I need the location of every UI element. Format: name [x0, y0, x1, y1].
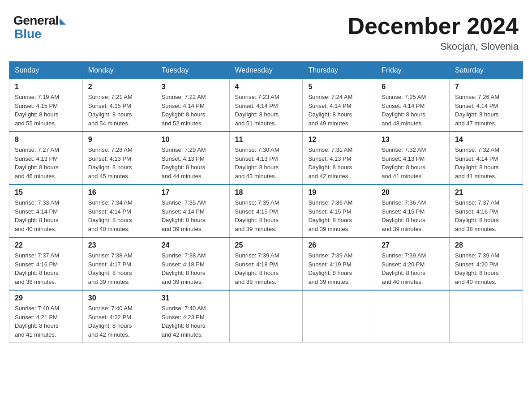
- day-number: 31: [162, 294, 224, 302]
- day-number: 30: [88, 294, 150, 302]
- calendar-cell: 12Sunrise: 7:31 AMSunset: 4:13 PMDayligh…: [303, 132, 376, 184]
- calendar-cell: 18Sunrise: 7:35 AMSunset: 4:15 PMDayligh…: [229, 184, 303, 237]
- calendar-cell: 28Sunrise: 7:39 AMSunset: 4:20 PMDayligh…: [450, 237, 523, 290]
- calendar-cell: [303, 290, 376, 343]
- day-info: Sunrise: 7:35 AMSunset: 4:15 PMDaylight:…: [235, 198, 297, 233]
- day-info: Sunrise: 7:36 AMSunset: 4:15 PMDaylight:…: [382, 198, 444, 233]
- calendar-cell: 22Sunrise: 7:37 AMSunset: 4:16 PMDayligh…: [9, 237, 83, 290]
- calendar-cell: 19Sunrise: 7:36 AMSunset: 4:15 PMDayligh…: [303, 184, 376, 237]
- day-info: Sunrise: 7:19 AMSunset: 4:15 PMDaylight:…: [15, 93, 77, 128]
- day-info: Sunrise: 7:24 AMSunset: 4:14 PMDaylight:…: [308, 93, 370, 128]
- day-info: Sunrise: 7:32 AMSunset: 4:13 PMDaylight:…: [382, 146, 444, 180]
- week-row-3: 15Sunrise: 7:33 AMSunset: 4:14 PMDayligh…: [9, 184, 523, 237]
- day-info: Sunrise: 7:23 AMSunset: 4:14 PMDaylight:…: [235, 93, 297, 128]
- calendar-cell: 26Sunrise: 7:39 AMSunset: 4:19 PMDayligh…: [303, 237, 376, 290]
- day-info: Sunrise: 7:32 AMSunset: 4:14 PMDaylight:…: [455, 146, 517, 180]
- day-number: 12: [308, 136, 370, 144]
- month-title: December 2024: [348, 13, 519, 39]
- weekday-header-row: SundayMondayTuesdayWednesdayThursdayFrid…: [9, 62, 523, 79]
- calendar-cell: 7Sunrise: 7:26 AMSunset: 4:14 PMDaylight…: [450, 79, 523, 132]
- day-number: 9: [88, 136, 150, 144]
- logo-arrow-icon: [60, 18, 66, 25]
- calendar-cell: 5Sunrise: 7:24 AMSunset: 4:14 PMDaylight…: [303, 79, 376, 132]
- day-info: Sunrise: 7:36 AMSunset: 4:15 PMDaylight:…: [308, 198, 370, 233]
- page-header: General Blue December 2024 Skocjan, Slov…: [9, 9, 523, 52]
- calendar-cell: 1Sunrise: 7:19 AMSunset: 4:15 PMDaylight…: [9, 79, 83, 132]
- calendar-cell: 3Sunrise: 7:22 AMSunset: 4:14 PMDaylight…: [156, 79, 229, 132]
- day-info: Sunrise: 7:37 AMSunset: 4:16 PMDaylight:…: [15, 251, 77, 286]
- day-number: 11: [235, 136, 297, 144]
- calendar-cell: 20Sunrise: 7:36 AMSunset: 4:15 PMDayligh…: [376, 184, 450, 237]
- day-number: 22: [15, 241, 77, 249]
- day-info: Sunrise: 7:33 AMSunset: 4:14 PMDaylight:…: [15, 198, 77, 233]
- day-info: Sunrise: 7:26 AMSunset: 4:14 PMDaylight:…: [455, 93, 517, 128]
- day-info: Sunrise: 7:40 AMSunset: 4:23 PMDaylight:…: [162, 304, 224, 339]
- week-row-2: 8Sunrise: 7:27 AMSunset: 4:13 PMDaylight…: [9, 132, 523, 184]
- day-number: 5: [308, 83, 370, 91]
- title-block: December 2024 Skocjan, Slovenia: [348, 13, 519, 52]
- logo-blue-text: Blue: [13, 27, 42, 41]
- calendar-cell: 15Sunrise: 7:33 AMSunset: 4:14 PMDayligh…: [9, 184, 83, 237]
- weekday-header-sunday: Sunday: [9, 62, 83, 79]
- day-info: Sunrise: 7:39 AMSunset: 4:20 PMDaylight:…: [455, 251, 517, 286]
- day-info: Sunrise: 7:31 AMSunset: 4:13 PMDaylight:…: [308, 146, 370, 180]
- day-number: 13: [382, 136, 444, 144]
- day-number: 25: [235, 241, 297, 249]
- calendar-cell: 17Sunrise: 7:35 AMSunset: 4:14 PMDayligh…: [156, 184, 229, 237]
- calendar-cell: 31Sunrise: 7:40 AMSunset: 4:23 PMDayligh…: [156, 290, 229, 343]
- weekday-header-wednesday: Wednesday: [229, 62, 303, 79]
- day-number: 3: [162, 83, 224, 91]
- calendar-cell: [376, 290, 450, 343]
- day-info: Sunrise: 7:34 AMSunset: 4:14 PMDaylight:…: [88, 198, 150, 233]
- day-number: 2: [88, 83, 150, 91]
- calendar-cell: 27Sunrise: 7:39 AMSunset: 4:20 PMDayligh…: [376, 237, 450, 290]
- day-info: Sunrise: 7:30 AMSunset: 4:13 PMDaylight:…: [235, 146, 297, 180]
- day-number: 18: [235, 188, 297, 197]
- day-info: Sunrise: 7:29 AMSunset: 4:13 PMDaylight:…: [162, 146, 224, 180]
- calendar-cell: 9Sunrise: 7:28 AMSunset: 4:13 PMDaylight…: [82, 132, 156, 184]
- day-number: 24: [162, 241, 224, 249]
- day-number: 29: [15, 294, 77, 302]
- week-row-4: 22Sunrise: 7:37 AMSunset: 4:16 PMDayligh…: [9, 237, 523, 290]
- logo: General Blue: [13, 13, 66, 41]
- day-number: 16: [88, 188, 150, 197]
- day-info: Sunrise: 7:40 AMSunset: 4:22 PMDaylight:…: [88, 304, 150, 339]
- calendar-cell: 23Sunrise: 7:38 AMSunset: 4:17 PMDayligh…: [82, 237, 156, 290]
- day-info: Sunrise: 7:38 AMSunset: 4:17 PMDaylight:…: [88, 251, 150, 286]
- weekday-header-friday: Friday: [376, 62, 450, 79]
- day-info: Sunrise: 7:22 AMSunset: 4:14 PMDaylight:…: [162, 93, 224, 128]
- calendar-cell: 14Sunrise: 7:32 AMSunset: 4:14 PMDayligh…: [450, 132, 523, 184]
- day-info: Sunrise: 7:25 AMSunset: 4:14 PMDaylight:…: [382, 93, 444, 128]
- calendar-cell: 21Sunrise: 7:37 AMSunset: 4:16 PMDayligh…: [450, 184, 523, 237]
- calendar-cell: 8Sunrise: 7:27 AMSunset: 4:13 PMDaylight…: [9, 132, 83, 184]
- weekday-header-saturday: Saturday: [450, 62, 523, 79]
- day-info: Sunrise: 7:37 AMSunset: 4:16 PMDaylight:…: [455, 198, 517, 233]
- day-number: 27: [382, 241, 444, 249]
- day-number: 7: [455, 83, 517, 91]
- day-number: 8: [15, 136, 77, 144]
- calendar-cell: 2Sunrise: 7:21 AMSunset: 4:15 PMDaylight…: [82, 79, 156, 132]
- weekday-header-tuesday: Tuesday: [156, 62, 229, 79]
- day-number: 21: [455, 188, 517, 197]
- day-number: 15: [15, 188, 77, 197]
- week-row-5: 29Sunrise: 7:40 AMSunset: 4:21 PMDayligh…: [9, 290, 523, 343]
- calendar-cell: 24Sunrise: 7:38 AMSunset: 4:18 PMDayligh…: [156, 237, 229, 290]
- location-subtitle: Skocjan, Slovenia: [348, 41, 519, 52]
- day-number: 28: [455, 241, 517, 249]
- day-info: Sunrise: 7:40 AMSunset: 4:21 PMDaylight:…: [15, 304, 77, 339]
- calendar-cell: 4Sunrise: 7:23 AMSunset: 4:14 PMDaylight…: [229, 79, 303, 132]
- day-number: 1: [15, 83, 77, 91]
- day-number: 10: [162, 136, 224, 144]
- day-info: Sunrise: 7:21 AMSunset: 4:15 PMDaylight:…: [88, 93, 150, 128]
- day-info: Sunrise: 7:39 AMSunset: 4:18 PMDaylight:…: [235, 251, 297, 286]
- day-number: 4: [235, 83, 297, 91]
- day-info: Sunrise: 7:28 AMSunset: 4:13 PMDaylight:…: [88, 146, 150, 180]
- day-info: Sunrise: 7:35 AMSunset: 4:14 PMDaylight:…: [162, 198, 224, 233]
- calendar-cell: 16Sunrise: 7:34 AMSunset: 4:14 PMDayligh…: [82, 184, 156, 237]
- calendar-cell: 6Sunrise: 7:25 AMSunset: 4:14 PMDaylight…: [376, 79, 450, 132]
- day-number: 19: [308, 188, 370, 197]
- day-number: 14: [455, 136, 517, 144]
- weekday-header-thursday: Thursday: [303, 62, 376, 79]
- calendar-cell: 30Sunrise: 7:40 AMSunset: 4:22 PMDayligh…: [82, 290, 156, 343]
- calendar-cell: 13Sunrise: 7:32 AMSunset: 4:13 PMDayligh…: [376, 132, 450, 184]
